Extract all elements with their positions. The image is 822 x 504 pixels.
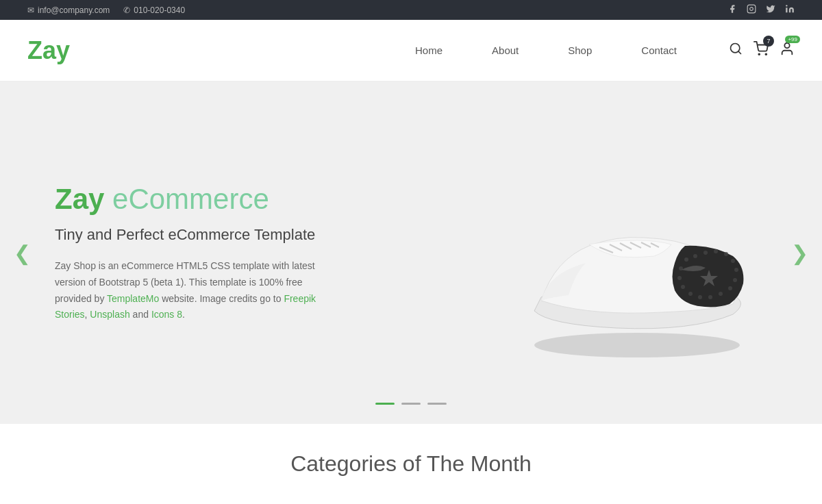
nav-shop[interactable]: Shop (543, 38, 616, 63)
svg-point-15 (693, 254, 697, 258)
icons8-link[interactable]: Icons 8 (151, 309, 182, 320)
svg-point-22 (728, 286, 732, 290)
svg-point-18 (724, 252, 728, 256)
linkedin-icon[interactable] (785, 4, 795, 16)
email-icon: ✉ (27, 5, 34, 15)
nav-about[interactable]: About (467, 38, 543, 63)
main-nav: Home About Shop Contact (390, 38, 701, 63)
phone-icon: ✆ (123, 5, 130, 15)
user-badge: +99 (785, 36, 800, 43)
hero-shoe-image (480, 136, 767, 369)
hero-title-sub: eCommerce (112, 183, 269, 215)
cart-button[interactable]: 7 (754, 41, 769, 60)
hero-title-brand: Zay (55, 183, 104, 215)
svg-point-6 (765, 53, 767, 55)
svg-line-4 (738, 51, 741, 54)
social-links (727, 4, 795, 16)
phone-item: ✆ 010-020-0340 (123, 5, 185, 15)
unsplash-link[interactable]: Unsplash (90, 309, 129, 320)
carousel-dot-3[interactable] (427, 403, 447, 405)
svg-point-25 (698, 295, 702, 299)
nav-home[interactable]: Home (390, 38, 467, 63)
user-button[interactable]: +99 (780, 41, 795, 60)
phone-text: 010-020-0340 (134, 5, 185, 15)
facebook-icon[interactable] (727, 4, 737, 16)
carousel-dots (375, 403, 447, 405)
svg-point-24 (708, 295, 712, 299)
svg-point-17 (714, 249, 718, 253)
instagram-icon[interactable] (747, 4, 756, 16)
hero-title: Zay eCommerce (55, 182, 322, 216)
cart-badge: 7 (763, 36, 774, 47)
svg-point-21 (733, 278, 737, 282)
search-button[interactable] (729, 42, 743, 59)
header: Zay Home About Shop Contact 7 +99 (0, 20, 822, 81)
svg-point-23 (719, 292, 723, 296)
svg-point-28 (677, 276, 682, 280)
svg-point-26 (688, 292, 693, 296)
svg-point-8 (534, 333, 740, 357)
carousel-dot-2[interactable] (401, 403, 421, 405)
hero-desc: Zay Shop is an eCommerce HTML5 CSS templ… (55, 258, 322, 323)
carousel-prev-button[interactable]: ❮ (7, 234, 38, 272)
email-text: info@company.com (38, 5, 110, 15)
header-icons: 7 +99 (729, 41, 795, 60)
svg-point-2 (786, 5, 787, 6)
hero-subtitle: Tiny and Perfect eCommerce Template (55, 225, 322, 246)
svg-point-19 (731, 259, 735, 263)
hero-desc-middle: website. Image credits go to (159, 293, 284, 304)
carousel-dot-1[interactable] (375, 403, 395, 405)
twitter-icon[interactable] (766, 4, 775, 16)
svg-point-16 (703, 251, 708, 255)
svg-point-7 (784, 43, 789, 48)
top-bar: ✉ info@company.com ✆ 010-020-0340 (0, 0, 822, 20)
svg-point-20 (734, 268, 738, 272)
nav-contact[interactable]: Contact (616, 38, 701, 63)
hero-desc-final: . (182, 309, 185, 320)
svg-rect-0 (747, 5, 756, 13)
categories-title: Categories of The Month (27, 451, 795, 477)
hero-section: Zay eCommerce Tiny and Perfect eCommerce… (0, 81, 822, 424)
categories-section: Categories of The Month (0, 424, 822, 490)
logo[interactable]: Zay (27, 36, 70, 65)
svg-point-30 (684, 257, 688, 262)
hero-desc-end: and (130, 309, 151, 320)
hero-content: Zay eCommerce Tiny and Perfect eCommerce… (0, 141, 377, 364)
carousel-next-button[interactable]: ❯ (784, 234, 815, 272)
email-item: ✉ info@company.com (27, 5, 110, 15)
templatemo-link[interactable]: TemplateMo (107, 293, 159, 304)
svg-point-5 (758, 53, 760, 55)
svg-point-27 (681, 285, 685, 289)
